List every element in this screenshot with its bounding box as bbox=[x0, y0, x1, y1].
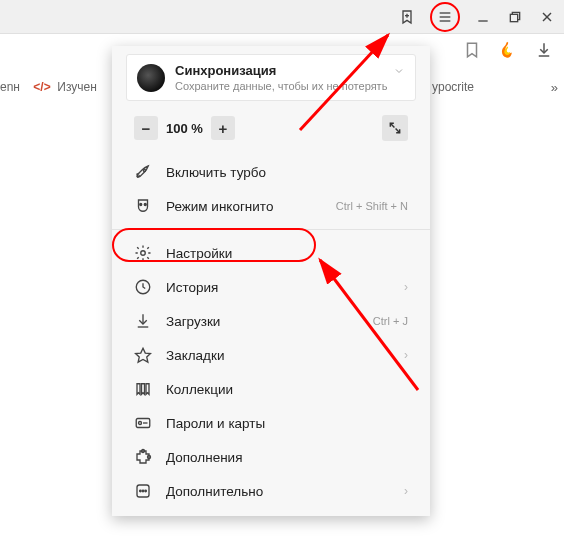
svg-point-11 bbox=[140, 204, 142, 206]
svg-point-10 bbox=[143, 169, 145, 171]
chevron-right-icon: › bbox=[404, 280, 408, 294]
menu-item-label: Настройки bbox=[166, 246, 232, 261]
menu-item-label: Включить турбо bbox=[166, 165, 266, 180]
menu-item-addons[interactable]: Дополнения bbox=[112, 440, 430, 474]
puzzle-icon bbox=[134, 448, 152, 466]
hamburger-menu-icon[interactable] bbox=[436, 8, 454, 26]
star-icon bbox=[134, 346, 152, 364]
key-card-icon bbox=[134, 414, 152, 432]
history-icon bbox=[134, 278, 152, 296]
restore-icon[interactable] bbox=[506, 8, 524, 26]
menu-item-label: Дополнительно bbox=[166, 484, 263, 499]
menu-item-downloads[interactable]: Загрузки Ctrl + J bbox=[112, 304, 430, 338]
more-icon bbox=[134, 482, 152, 500]
menu-item-turbo[interactable]: Включить турбо bbox=[112, 155, 430, 189]
window-titlebar bbox=[0, 0, 564, 34]
collections-icon bbox=[134, 380, 152, 398]
separator bbox=[112, 229, 430, 230]
menu-item-incognito[interactable]: Режим инкогнито Ctrl + Shift + N bbox=[112, 189, 430, 223]
sync-card[interactable]: Синхронизация Сохраните данные, чтобы их… bbox=[126, 54, 416, 101]
menu-item-collections[interactable]: Коллекции bbox=[112, 372, 430, 406]
zoom-in-button[interactable]: + bbox=[211, 116, 235, 140]
fire-icon[interactable] bbox=[498, 40, 518, 60]
minimize-icon[interactable] bbox=[474, 8, 492, 26]
svg-point-23 bbox=[142, 490, 144, 492]
svg-point-12 bbox=[144, 204, 146, 206]
sync-title: Синхронизация bbox=[175, 63, 387, 78]
menu-item-label: Коллекции bbox=[166, 382, 233, 397]
toolbar-right-icons bbox=[462, 40, 554, 60]
main-menu-dropdown: Синхронизация Сохраните данные, чтобы их… bbox=[112, 46, 430, 516]
svg-rect-6 bbox=[510, 14, 517, 21]
zoom-value: 100 % bbox=[166, 121, 203, 136]
close-icon[interactable] bbox=[538, 8, 556, 26]
menu-item-label: Режим инкогнито bbox=[166, 199, 273, 214]
svg-marker-16 bbox=[136, 348, 151, 362]
svg-point-24 bbox=[145, 490, 147, 492]
bookmark-add-icon[interactable] bbox=[398, 8, 416, 26]
menu-item-label: История bbox=[166, 280, 218, 295]
download-icon[interactable] bbox=[534, 40, 554, 60]
sync-subtitle: Сохраните данные, чтобы их не потерять bbox=[175, 80, 387, 92]
rocket-icon bbox=[134, 163, 152, 181]
bookmark-bar-fragment-left: enн </> Изучен bbox=[0, 80, 97, 94]
zoom-controls: − 100 % + bbox=[134, 116, 235, 140]
chevron-down-icon[interactable] bbox=[393, 65, 405, 80]
shortcut-label: Ctrl + Shift + N bbox=[336, 200, 408, 212]
bookmark-bar-more-icon[interactable]: » bbox=[551, 80, 558, 95]
fullscreen-button[interactable] bbox=[382, 115, 408, 141]
bookmark-bar-fragment-right[interactable]: ypocrite bbox=[432, 80, 474, 94]
shortcut-label: Ctrl + J bbox=[373, 315, 408, 327]
annotation-hamburger-highlight bbox=[430, 2, 460, 32]
menu-item-history[interactable]: История › bbox=[112, 270, 430, 304]
bookmark-item-label[interactable]: Изучен bbox=[57, 80, 97, 94]
bg-text: enн bbox=[0, 80, 20, 94]
menu-item-label: Пароли и карты bbox=[166, 416, 265, 431]
menu-item-passwords[interactable]: Пароли и карты bbox=[112, 406, 430, 440]
svg-point-22 bbox=[140, 490, 142, 492]
incognito-icon bbox=[134, 197, 152, 215]
code-icon: </> bbox=[33, 80, 50, 94]
avatar bbox=[137, 64, 165, 92]
menu-item-label: Загрузки bbox=[166, 314, 220, 329]
bookmarks-star-icon[interactable] bbox=[462, 40, 482, 60]
zoom-out-button[interactable]: − bbox=[134, 116, 158, 140]
gear-icon bbox=[134, 244, 152, 262]
chevron-right-icon: › bbox=[404, 348, 408, 362]
sync-text: Синхронизация Сохраните данные, чтобы их… bbox=[175, 63, 387, 92]
menu-item-settings[interactable]: Настройки bbox=[112, 236, 430, 270]
zoom-row: − 100 % + bbox=[112, 101, 430, 155]
svg-point-13 bbox=[141, 251, 146, 256]
menu-item-label: Дополнения bbox=[166, 450, 242, 465]
chevron-right-icon: › bbox=[404, 484, 408, 498]
svg-point-18 bbox=[139, 422, 142, 425]
menu-item-bookmarks[interactable]: Закладки › bbox=[112, 338, 430, 372]
menu-item-label: Закладки bbox=[166, 348, 224, 363]
menu-item-more[interactable]: Дополнительно › bbox=[112, 474, 430, 508]
downloads-icon bbox=[134, 312, 152, 330]
